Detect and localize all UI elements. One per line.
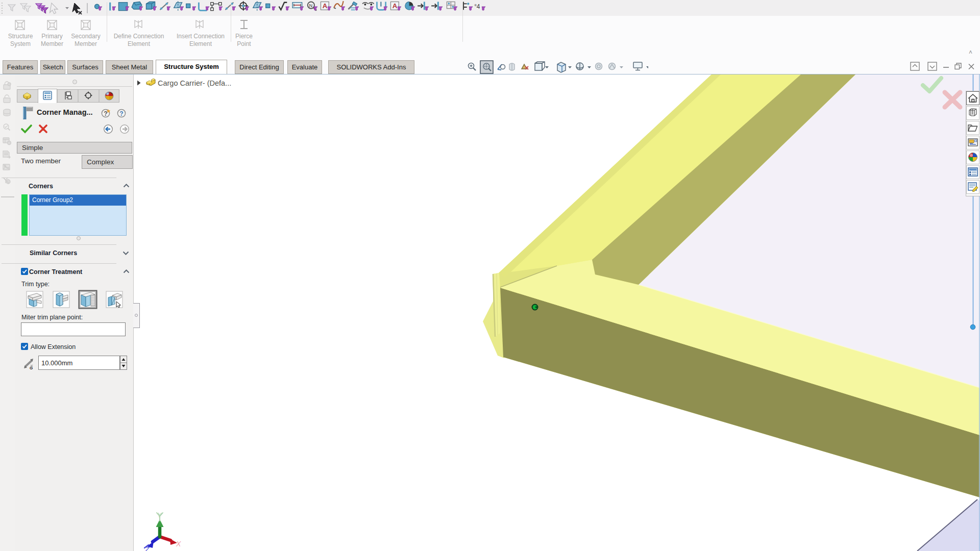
svg-text:Cargo Carrier- (Defa...: Cargo Carrier- (Defa...	[158, 79, 231, 87]
svg-text:?: ?	[104, 110, 107, 117]
svg-text:Z: Z	[144, 545, 150, 551]
svg-text:G: G	[30, 366, 33, 370]
svg-text:?: ?	[119, 110, 123, 117]
svg-text:Y: Y	[157, 511, 162, 519]
svg-text:X: X	[176, 540, 181, 548]
